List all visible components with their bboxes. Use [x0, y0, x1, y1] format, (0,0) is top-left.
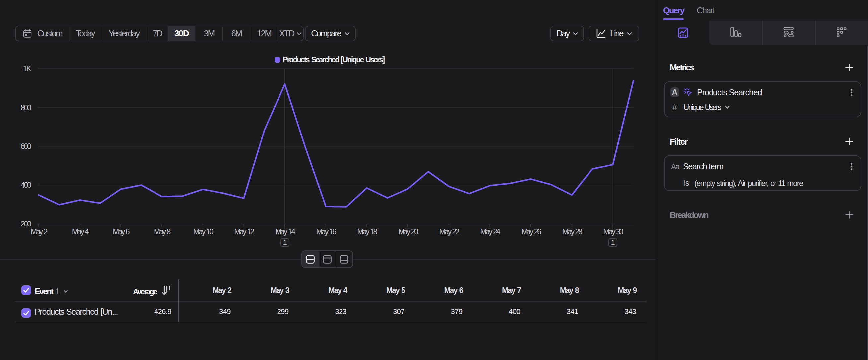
- svg-text:May 2: May 2: [31, 227, 48, 236]
- svg-text:May 4: May 4: [72, 227, 89, 236]
- svg-text:May 22: May 22: [439, 227, 459, 236]
- svg-text:May 12: May 12: [234, 227, 254, 236]
- svg-text:May 6: May 6: [113, 227, 130, 236]
- svg-text:800: 800: [21, 103, 31, 112]
- svg-text:May 10: May 10: [193, 227, 213, 236]
- svg-text:1K: 1K: [23, 64, 31, 73]
- svg-text:May 28: May 28: [562, 227, 582, 236]
- svg-text:May 26: May 26: [521, 227, 541, 236]
- svg-text:200: 200: [21, 220, 31, 228]
- svg-text:May 14: May 14: [275, 227, 296, 236]
- svg-text:600: 600: [21, 142, 31, 151]
- svg-text:May 20: May 20: [398, 227, 418, 236]
- svg-text:May 24: May 24: [480, 227, 500, 236]
- svg-text:May 16: May 16: [316, 227, 336, 236]
- svg-text:May 18: May 18: [357, 227, 377, 236]
- svg-text:400: 400: [21, 181, 31, 189]
- svg-text:May 30: May 30: [603, 227, 623, 236]
- svg-text:May 8: May 8: [154, 227, 171, 236]
